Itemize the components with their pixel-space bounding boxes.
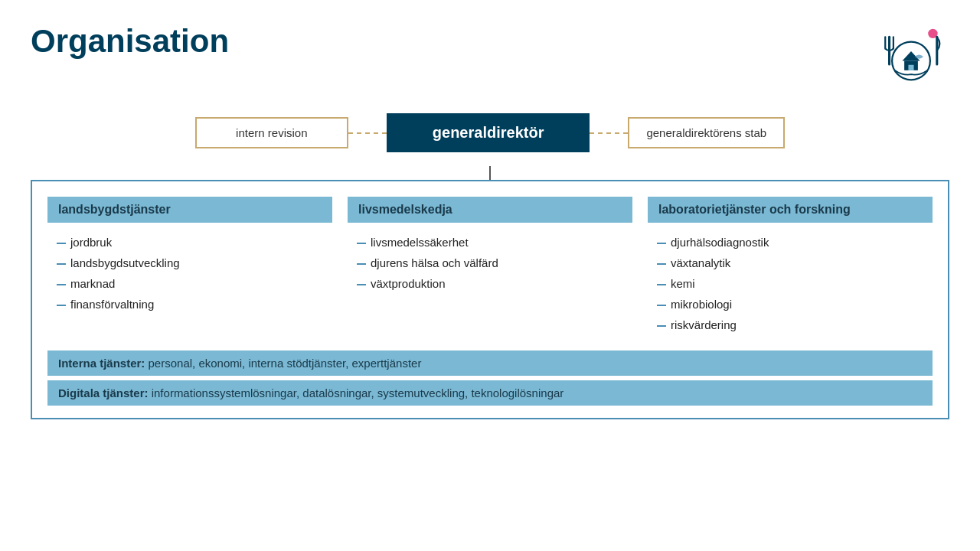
intern-revision-box: intern revision xyxy=(195,117,348,148)
dept-items-laboratorietjanster: djurhälsodiagnostik växtanalytik kemi mi… xyxy=(648,232,933,335)
list-item: riskvärdering xyxy=(657,315,933,335)
list-item: djurens hälsa och välfärd xyxy=(357,253,632,273)
vertical-connector-wrap xyxy=(31,166,949,180)
main-org-box: landsbygdstjänster jordbruk landsbygdsut… xyxy=(31,180,949,419)
dept-landsbygdstjanster: landsbygdstjänster jordbruk landsbygdsut… xyxy=(47,197,332,335)
interna-tjanster-text: personal, ekonomi, interna stödtjänster,… xyxy=(145,357,421,370)
dept-header-landsbygdstjanster: landsbygdstjänster xyxy=(47,197,332,223)
list-item: marknad xyxy=(57,273,332,294)
digitala-tjanster-label: Digitala tjänster: xyxy=(58,386,149,399)
list-item: jordbruk xyxy=(57,232,332,253)
dept-items-livsmedelskedja: livsmedelssäkerhet djurens hälsa och väl… xyxy=(348,232,632,294)
vertical-connector-line xyxy=(489,166,491,180)
digitala-tjanster-bar: Digitala tjänster: informationssystemlös… xyxy=(47,380,933,406)
list-item: växtproduktion xyxy=(357,273,632,294)
generaldirektor-box: generaldirektör xyxy=(387,113,590,152)
logo-area xyxy=(873,23,949,92)
page: Organisation xyxy=(0,0,980,551)
list-item: mikrobiologi xyxy=(657,294,933,315)
dept-laboratorietjanster: laboratorietjänster och forskning djurhä… xyxy=(648,197,933,335)
page-title: Organisation xyxy=(31,23,229,60)
logo-icon xyxy=(877,27,946,88)
svg-rect-9 xyxy=(908,65,913,70)
dept-header-laboratorietjanster: laboratorietjänster och forskning xyxy=(648,197,933,223)
list-item: djurhälsodiagnostik xyxy=(657,232,933,253)
interna-tjanster-bar: Interna tjänster: personal, ekonomi, int… xyxy=(47,350,933,376)
list-item: finansförvaltning xyxy=(57,294,332,315)
bottom-bars: Interna tjänster: personal, ekonomi, int… xyxy=(47,350,933,406)
top-row: intern revision generaldirektör generald… xyxy=(31,113,949,152)
right-dashed-connector xyxy=(590,132,628,134)
departments-row: landsbygdstjänster jordbruk landsbygdsut… xyxy=(47,197,933,335)
list-item: växtanalytik xyxy=(657,253,933,273)
digitala-tjanster-text: informationssystemlösningar, datalösning… xyxy=(149,386,564,399)
generaldirektor-stab-box: generaldirektörens stab xyxy=(628,117,785,148)
list-item: landsbygdsutveckling xyxy=(57,253,332,273)
interna-tjanster-label: Interna tjänster: xyxy=(58,357,145,370)
list-item: kemi xyxy=(657,273,933,294)
dept-livsmedelskedja: livsmedelskedja livsmedelssäkerhet djure… xyxy=(348,197,632,335)
list-item: livsmedelssäkerhet xyxy=(357,232,632,253)
header: Organisation xyxy=(31,23,949,92)
dept-header-livsmedelskedja: livsmedelskedja xyxy=(348,197,632,223)
left-dashed-connector xyxy=(348,132,387,134)
dept-items-landsbygdstjanster: jordbruk landsbygdsutveckling marknad fi… xyxy=(47,232,332,315)
